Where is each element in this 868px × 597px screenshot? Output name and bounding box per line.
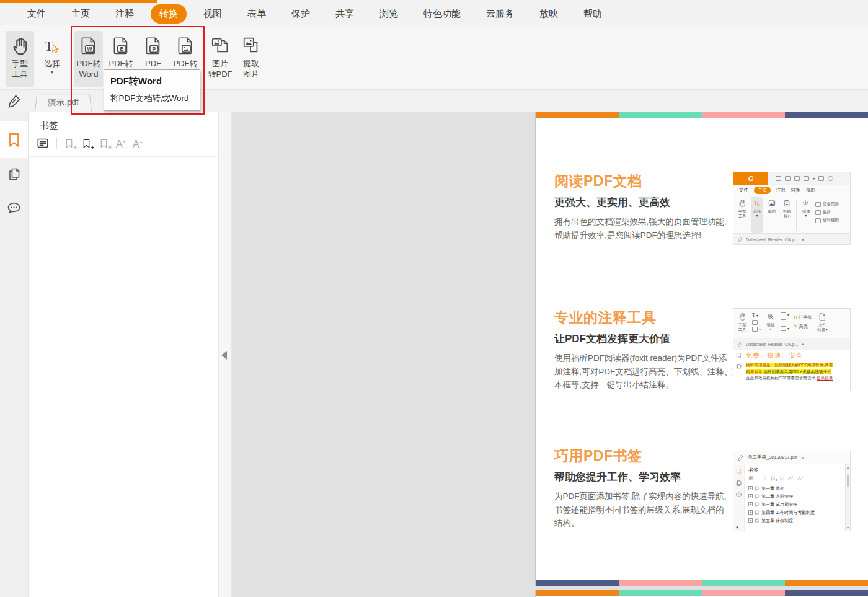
section-title: 阅读PDF文档 (554, 172, 642, 191)
text-select-icon: T (42, 31, 63, 58)
comment-icon (735, 492, 742, 498)
bookmarks-toolbar: × + ˅ A+ A− (36, 136, 143, 150)
page2-top-color-stripe (536, 590, 868, 596)
section-title: 巧用PDF书签 (554, 446, 642, 466)
image-to-pdf-button[interactable]: 图片 转PDF (206, 31, 234, 87)
sidebar-comments-button[interactable] (6, 200, 22, 218)
hand-icon (738, 199, 746, 208)
mini-doc-tab: 员工手册_20120917.pdf × (733, 451, 850, 464)
menu-protect[interactable]: 保护 (291, 8, 310, 20)
section-title: 专业的注释工具 (554, 308, 657, 327)
image-to-pdf-icon (210, 31, 231, 58)
expand-bookmark-button[interactable]: ˅ (99, 138, 109, 149)
add-bookmark-button[interactable]: + (81, 138, 92, 149)
page-top-color-stripe (536, 112, 868, 118)
comment-icon (6, 200, 22, 216)
decrease-font-button[interactable]: A− (133, 137, 143, 149)
zoom-icon (802, 199, 810, 208)
bookmark-icon (735, 468, 742, 475)
page-bottom-color-stripe (536, 580, 868, 586)
dropdown-caret-icon: ▼ (50, 69, 55, 75)
document-view-area[interactable]: 阅读PDF文档 更强大、更实用、更高效 拥有出色的文档渲染效果,强大的页面管理功… (232, 112, 868, 597)
pdf-to-word-button[interactable]: W PDF转 Word (74, 31, 103, 87)
snapshot-icon (768, 199, 776, 208)
bookmark-icon (735, 352, 742, 359)
hand-icon (738, 312, 746, 321)
quill-pen-icon[interactable] (7, 94, 22, 108)
sidebar-bookmarks-button[interactable] (0, 121, 28, 158)
bookmark-expand-icon (99, 138, 109, 149)
pdf-page-1: 阅读PDF文档 更强大、更实用、更高效 拥有出色的文档渲染效果,强大的页面管理功… (535, 112, 868, 586)
section-body: 使用福昕PDF阅读器(foxit reader)为PDF文件添 加注释,可对PD… (554, 352, 741, 392)
bookmark-list-icon (748, 475, 754, 481)
panel-divider (29, 156, 218, 157)
mini-sidebar: ▼ (733, 464, 744, 531)
bookmarks-panel: 书签 × + ˅ A+ A− (29, 112, 219, 597)
screenshot-bookmarks-demo: 员工手册_20120917.pdf × ▼ 书签 (733, 451, 851, 531)
section-subtitle: 更强大、更实用、更高效 (554, 195, 670, 210)
titlebar-quick-icons: ▾ (768, 172, 850, 185)
mini-doc-tab: Datasheet_Reader_CN.p... × (733, 338, 850, 350)
bookmark-icon (6, 131, 22, 148)
mini-doc-tab: Datasheet_Reader_CN.p... × (733, 233, 850, 245)
mini-scrollbar: ▲▼ (845, 464, 850, 531)
toolbar-separator (56, 138, 57, 149)
document-tab-label: 演示.pdf (48, 97, 79, 108)
section-body: 拥有出色的文档渲染效果,强大的页面管理功能, 帮助提升效率,是您阅读PDF的理想… (554, 215, 727, 242)
section-subtitle: 让PDF文档发挥更大价值 (554, 332, 670, 346)
ribbon-separator (273, 33, 273, 82)
menu-share[interactable]: 共享 (335, 8, 354, 20)
foxit-logo: G (733, 172, 768, 185)
tooltip-title: PDF转Word (110, 76, 193, 87)
menu-help[interactable]: 帮助 (583, 8, 602, 20)
menu-comment[interactable]: 注释 (115, 8, 134, 20)
pages-icon (7, 167, 22, 182)
svg-text:E: E (120, 46, 124, 52)
mini-view-options: 适合页面 重排 旋转视图 (815, 197, 839, 233)
main-area: 书签 × + ˅ A+ A− 阅读PDF文档 更强大、更实用、更高效 (0, 112, 868, 597)
menu-form[interactable]: 表单 (247, 8, 266, 20)
foxit-reader-window: { "app": { "accent": "#F08300", "menu": … (0, 0, 868, 597)
bookmark-list-icon[interactable] (36, 136, 50, 150)
hand-tool-button[interactable]: 手型 工具 (6, 31, 34, 87)
highlight-pencil-icon: ✎ (794, 324, 798, 329)
svg-text:W: W (87, 46, 92, 52)
panel-edge-strip (219, 112, 232, 597)
extract-image-icon (241, 31, 262, 58)
menu-present[interactable]: 放映 (539, 8, 558, 20)
delete-bookmark-button[interactable]: × (64, 138, 74, 149)
document-tab[interactable]: 演示.pdf (35, 94, 92, 112)
bookmark-delete-icon (64, 138, 74, 149)
mini-menubar: 文件 主页 注释 转换 视图 (733, 185, 850, 195)
file-convert-icon (818, 312, 826, 321)
caret-down-icon: ▼ (735, 526, 739, 529)
menu-home[interactable]: 主页 (71, 8, 90, 20)
quill-pen-icon (737, 342, 743, 347)
pdf-to-image-icon (175, 31, 196, 58)
tooltip-description: 将PDF文档转成Word (110, 93, 193, 104)
sidebar-pages-button[interactable] (7, 167, 22, 184)
pdf-to-ppt-icon: P (143, 31, 164, 58)
menu-browse[interactable]: 浏览 (379, 8, 398, 20)
screenshot-annotation-demo: 手型工具 T▾ ▾ 缩放▾ ▾ ▾ TI 打字机 ✎ 高亮 (733, 308, 851, 391)
menu-cloud[interactable]: 云服务 (486, 8, 514, 20)
menu-convert-active[interactable]: 转换 (151, 4, 187, 24)
panel-collapse-arrow[interactable] (221, 351, 227, 360)
menu-view[interactable]: 视图 (203, 8, 222, 20)
pdf-to-word-icon: W (78, 31, 99, 58)
select-tool-button[interactable]: T 选择 ▼ (38, 31, 66, 87)
mini-bookmarks-toolbar: + A⁺ A⁻ (748, 475, 845, 481)
hand-icon (10, 31, 30, 58)
menu-file[interactable]: 文件 (27, 8, 46, 20)
screenshot-reader-home: G ▾ 文件 主页 注释 转换 视图 手型工具 T选择▾ 截图 剪贴板▾ (733, 172, 851, 245)
pages-icon (735, 363, 742, 370)
clipboard-icon (782, 199, 791, 208)
menu-features[interactable]: 特色功能 (423, 8, 461, 20)
mini-toolbar: 手型工具 T▾ ▾ 缩放▾ ▾ ▾ TI 打字机 ✎ 高亮 (733, 309, 850, 338)
bookmarks-panel-title: 书签 (40, 120, 58, 131)
extract-image-button[interactable]: 提取 图片 (237, 31, 265, 87)
mini-bookmarks-panel: 书签 + A⁺ A⁻ +第一章 简介 +第二章 入职管理 (744, 464, 845, 531)
increase-font-button[interactable]: A+ (116, 137, 126, 149)
menubar: 文件 主页 注释 转换 视图 表单 保护 共享 浏览 特色功能 云服务 放映 帮… (0, 3, 868, 25)
mini-sidebar (733, 350, 744, 391)
